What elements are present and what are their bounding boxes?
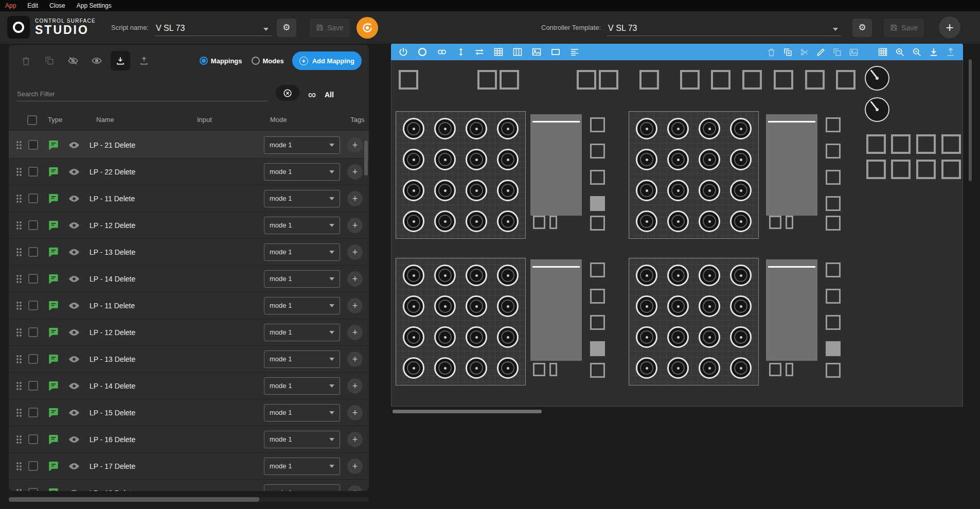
rotary-knob[interactable] [466,180,487,201]
drag-handle-icon[interactable] [16,301,22,310]
rotary-knob[interactable] [636,357,657,379]
rotary-knob[interactable] [699,326,720,348]
rotary-knob[interactable] [466,149,487,170]
mode-select[interactable]: mode 1 [264,136,340,154]
mode-select[interactable]: mode 1 [264,458,340,475]
pad-button[interactable] [769,363,781,376]
tool-power-button[interactable] [398,47,408,57]
visibility-toggle[interactable] [68,487,80,492]
drag-handle-icon[interactable] [16,194,22,203]
pad-button[interactable] [590,363,605,378]
row-checkbox[interactable] [28,194,38,203]
rotary-knob[interactable] [403,326,424,348]
pad-button[interactable] [549,363,557,376]
row-checkbox[interactable] [28,408,38,417]
row-checkbox[interactable] [28,220,38,230]
row-checkbox[interactable] [28,140,38,150]
row-checkbox[interactable] [28,274,38,284]
rotary-knob[interactable] [730,118,752,139]
rotary-knob[interactable] [699,149,720,170]
pad-button[interactable] [590,117,605,132]
cut-element-button[interactable] [799,47,809,57]
canvas-horizontal-scrollbar-thumb[interactable] [393,410,542,413]
pad-button[interactable] [826,170,841,185]
pad-button[interactable] [916,134,936,154]
rotary-knob[interactable] [497,180,519,201]
rotary-knob[interactable] [466,326,487,348]
drag-handle-icon[interactable] [16,488,22,491]
rotary-knob[interactable] [434,180,456,201]
pad-button[interactable] [590,289,605,304]
pad-button[interactable] [826,144,841,159]
visibility-toggle[interactable] [68,300,80,312]
rotary-knob[interactable] [636,326,657,348]
add-tag-button[interactable]: + [347,378,363,394]
visibility-toggle[interactable] [68,192,80,205]
pad-button[interactable] [805,70,825,90]
visibility-toggle[interactable] [68,407,80,419]
rotary-knob[interactable] [636,118,657,139]
mode-select[interactable]: mode 1 [264,163,340,181]
row-checkbox[interactable] [28,167,38,177]
mapping-row[interactable]: LP - 16 Delete mode 1 + [9,426,369,452]
script-settings-button[interactable]: ⚙ [277,19,296,37]
mapping-row[interactable]: LP - 13 Delete mode 1 + [9,345,369,372]
toggle-grid-button[interactable] [878,47,888,57]
add-tag-button[interactable]: + [347,325,363,340]
knob-grid[interactable] [396,258,526,385]
rotary-knob[interactable] [667,326,689,348]
add-tag-button[interactable]: + [347,244,363,260]
fader[interactable] [530,259,582,361]
mode-select[interactable]: mode 1 [264,431,340,448]
rotary-knob[interactable] [636,265,657,286]
mapping-row[interactable]: LP - 22 Delete mode 1 + [9,158,369,185]
pad-button[interactable] [549,216,557,229]
rotary-knob[interactable] [434,149,456,170]
row-checkbox[interactable] [28,327,38,337]
template-save-button[interactable]: Save [884,19,924,37]
clear-search-button[interactable] [276,85,299,101]
show-all-mappings-button[interactable] [87,51,106,71]
rotary-knob[interactable] [865,66,889,91]
delete-element-button[interactable] [767,47,776,57]
rotary-knob[interactable] [434,210,456,232]
pad-button[interactable] [590,216,605,231]
edit-element-button[interactable] [816,47,826,57]
menu-item-app[interactable]: App [5,2,16,9]
add-tag-button[interactable]: + [347,271,363,287]
pad-button[interactable] [826,196,841,211]
tool-horizontal-slider-button[interactable] [474,47,485,57]
import-mappings-button[interactable] [111,51,130,71]
pad-button[interactable] [577,70,596,90]
fader[interactable] [530,114,582,216]
copy-element-button[interactable] [832,47,842,57]
select-all-checkbox[interactable] [27,115,37,125]
rotary-knob[interactable] [434,295,456,317]
tool-vertical-slider-button[interactable] [456,47,466,57]
add-tag-button[interactable]: + [347,459,363,474]
link-filter-button[interactable]: ∞ [307,89,317,101]
rotary-knob[interactable] [497,295,519,317]
add-tag-button[interactable]: + [347,432,363,447]
left-horizontal-scrollbar-thumb[interactable] [9,497,259,502]
rotary-knob[interactable] [636,210,657,232]
rotary-knob[interactable] [636,295,657,317]
pad-button[interactable] [533,363,545,376]
fader[interactable] [766,259,817,361]
pad-button[interactable] [500,70,519,90]
controller-canvas[interactable] [391,60,963,407]
rotary-knob[interactable] [667,118,689,139]
pad-button[interactable] [826,262,841,277]
mode-select[interactable]: mode 1 [264,484,340,492]
zoom-in-button[interactable] [895,47,905,57]
mapping-row[interactable]: LP - 11 Delete mode 1 + [9,292,369,319]
pad-button[interactable] [399,70,418,90]
rotary-knob[interactable] [667,180,689,201]
visibility-toggle[interactable] [68,273,80,285]
hide-all-mappings-button[interactable] [63,51,83,71]
tool-label-button[interactable] [569,47,580,57]
script-save-button[interactable]: Save [310,19,350,37]
row-checkbox[interactable] [28,354,38,364]
knob-grid[interactable] [629,258,759,385]
pad-button[interactable] [786,216,793,229]
